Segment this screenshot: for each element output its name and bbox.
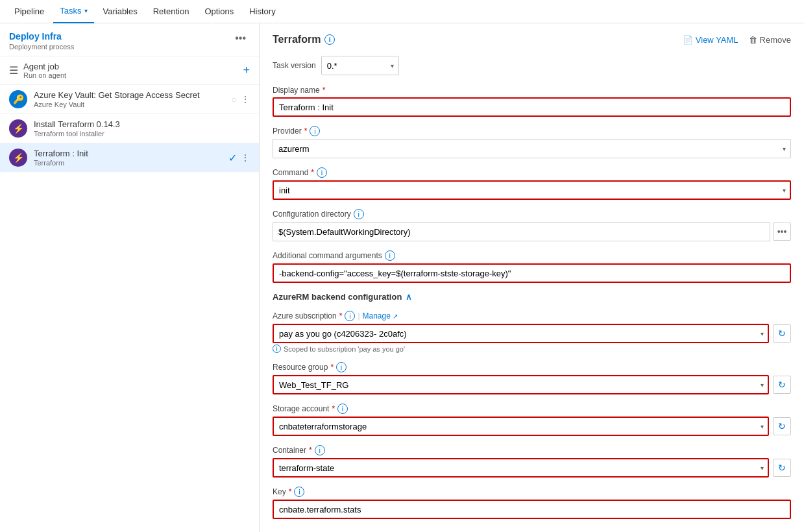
terraform-section-title: Terraform i (273, 34, 335, 45)
resource-group-refresh-button[interactable]: ↻ (773, 376, 791, 394)
deploy-header: Deploy Infra Deployment process ••• (0, 23, 259, 56)
nav-options[interactable]: Options (198, 0, 240, 23)
nav-variables[interactable]: Variables (97, 0, 144, 23)
backend-collapse-icon[interactable]: ∧ (406, 292, 412, 302)
command-required: * (311, 168, 314, 177)
resource-group-select[interactable]: Web_Test_TF_RG (273, 375, 769, 394)
config-dir-ellipsis-button[interactable]: ••• (773, 223, 791, 241)
azure-sub-info-icon[interactable]: i (345, 311, 355, 321)
remove-link[interactable]: 🗑 Remove (749, 35, 791, 45)
provider-group: Provider * i azurerm ▾ (273, 126, 791, 158)
remove-icon: 🗑 (749, 35, 757, 45)
azure-sub-select[interactable]: pay as you go (c4206323- 2c0afc) (273, 324, 769, 343)
provider-required: * (304, 127, 308, 136)
install-terraform-task-sub: Terraform tool installer (34, 130, 250, 138)
container-select-wrapper: terraform-state ▾ (273, 458, 769, 478)
task-item-keyvault[interactable]: 🔑 Azure Key Vault: Get Storage Access Se… (0, 84, 259, 114)
key-required: * (289, 487, 292, 496)
resource-group-required: * (330, 363, 334, 372)
storage-account-required: * (332, 404, 335, 413)
config-dir-label: Configuration directory i (273, 209, 791, 219)
provider-info-icon[interactable]: i (310, 126, 320, 136)
provider-label: Provider * i (273, 126, 791, 136)
tasks-dropdown-arrow: ▾ (84, 7, 88, 14)
additional-args-label: Additional command arguments i (273, 250, 791, 261)
resource-group-form-group: Resource group * i Web_Test_TF_RG ▾ ↻ (273, 362, 791, 394)
scoped-info: i Scoped to subscription 'pay as you go' (273, 345, 791, 353)
command-info-icon[interactable]: i (317, 167, 327, 178)
resource-group-select-wrapper: Web_Test_TF_RG ▾ (273, 375, 769, 394)
provider-select-wrapper: azurerm ▾ (273, 139, 791, 158)
backend-section-title: AzureRM backend configuration ∧ (273, 292, 791, 302)
azure-sub-select-wrapper: pay as you go (c4206323- 2c0afc) ▾ (273, 324, 769, 343)
install-terraform-icon: ⚡ (9, 119, 27, 138)
deploy-title: Deploy Infra (9, 31, 74, 42)
display-name-label: Display name * (273, 86, 791, 95)
container-info-icon[interactable]: i (315, 445, 325, 455)
command-select[interactable]: init plan apply (273, 180, 791, 200)
storage-account-refresh-button[interactable]: ↻ (773, 417, 791, 435)
key-label: Key * i (273, 487, 791, 497)
storage-account-info-icon[interactable]: i (337, 404, 348, 414)
azure-sub-refresh-button[interactable]: ↻ (773, 324, 791, 343)
task-version-select[interactable]: 0.* 1.* (321, 56, 399, 75)
keyvault-more-button[interactable]: ⋮ (241, 94, 250, 104)
azure-sub-label-row: Azure subscription * i | Manage ↗ (273, 311, 791, 321)
backend-section: AzureRM backend configuration ∧ (273, 292, 791, 302)
display-name-input[interactable] (273, 97, 791, 117)
storage-account-group: Storage account * i cnbateterraformstora… (273, 404, 791, 436)
additional-args-input[interactable] (273, 263, 791, 283)
deploy-more-button[interactable]: ••• (231, 31, 250, 45)
terraform-init-task-name: Terraform : Init (34, 149, 222, 158)
command-group: Command * i init plan apply ▾ (273, 167, 791, 200)
task-item-terraform-init[interactable]: ⚡ Terraform : Init Terraform ✓ ⋮ (0, 143, 259, 172)
container-select[interactable]: terraform-state (273, 458, 769, 478)
scoped-info-icon: i (273, 345, 281, 353)
resource-group-info-icon[interactable]: i (336, 362, 347, 372)
task-version-select-wrapper: 0.* 1.* ▾ (321, 56, 399, 75)
azure-sub-required: * (339, 311, 343, 320)
config-dir-input[interactable] (273, 222, 770, 241)
terraform-init-icon: ⚡ (9, 149, 27, 167)
agent-job-label: Agent job (23, 62, 66, 71)
container-group: Container * i terraform-state ▾ ↻ (273, 445, 791, 478)
container-refresh-button[interactable]: ↻ (773, 459, 791, 477)
storage-account-select[interactable]: cnbateterraformstorage (273, 417, 769, 436)
yaml-icon: 📄 (683, 35, 693, 45)
storage-account-label: Storage account * i (273, 404, 791, 414)
install-terraform-task-name: Install Terraform 0.14.3 (34, 119, 250, 129)
left-panel: Deploy Infra Deployment process ••• ☰ Ag… (0, 23, 260, 532)
nav-pipeline[interactable]: Pipeline (8, 0, 51, 23)
nav-retention[interactable]: Retention (147, 0, 196, 23)
manage-external-icon: ↗ (393, 313, 398, 320)
container-label: Container * i (273, 445, 791, 455)
config-dir-group: Configuration directory i ••• (273, 209, 791, 241)
nav-history[interactable]: History (243, 0, 282, 23)
deploy-info: Deploy Infra Deployment process (9, 31, 74, 51)
command-label: Command * i (273, 167, 791, 178)
azure-sub-group: Azure subscription * i | Manage ↗ pay as… (273, 311, 791, 353)
provider-select[interactable]: azurerm (273, 139, 791, 158)
add-task-button[interactable]: + (243, 64, 250, 77)
view-yaml-link[interactable]: 📄 View YAML (683, 35, 738, 45)
config-dir-info-icon[interactable]: i (354, 209, 364, 219)
task-item-install-terraform[interactable]: ⚡ Install Terraform 0.14.3 Terraform too… (0, 114, 259, 143)
additional-args-info-icon[interactable]: i (385, 250, 395, 261)
terraform-init-more-button[interactable]: ⋮ (241, 152, 250, 163)
resource-group-label: Resource group * i (273, 362, 791, 372)
nav-tasks[interactable]: Tasks ▾ (53, 0, 93, 23)
task-version-label: Task version (273, 61, 316, 70)
display-name-group: Display name * (273, 86, 791, 117)
additional-args-group: Additional command arguments i (273, 250, 791, 283)
terraform-init-task-sub: Terraform (34, 159, 222, 167)
terraform-info-icon[interactable]: i (324, 34, 335, 45)
keyvault-task-name: Azure Key Vault: Get Storage Access Secr… (34, 90, 225, 100)
key-info-icon[interactable]: i (294, 487, 304, 497)
display-name-required: * (323, 86, 326, 95)
manage-link[interactable]: Manage ↗ (363, 311, 398, 320)
deploy-subtitle: Deployment process (9, 43, 74, 51)
right-panel: Terraform i 📄 View YAML 🗑 Remove Task ve… (260, 23, 804, 532)
agent-icon: ☰ (9, 64, 18, 77)
key-input[interactable] (273, 500, 791, 519)
keyvault-task-sub: Azure Key Vault (34, 101, 225, 108)
